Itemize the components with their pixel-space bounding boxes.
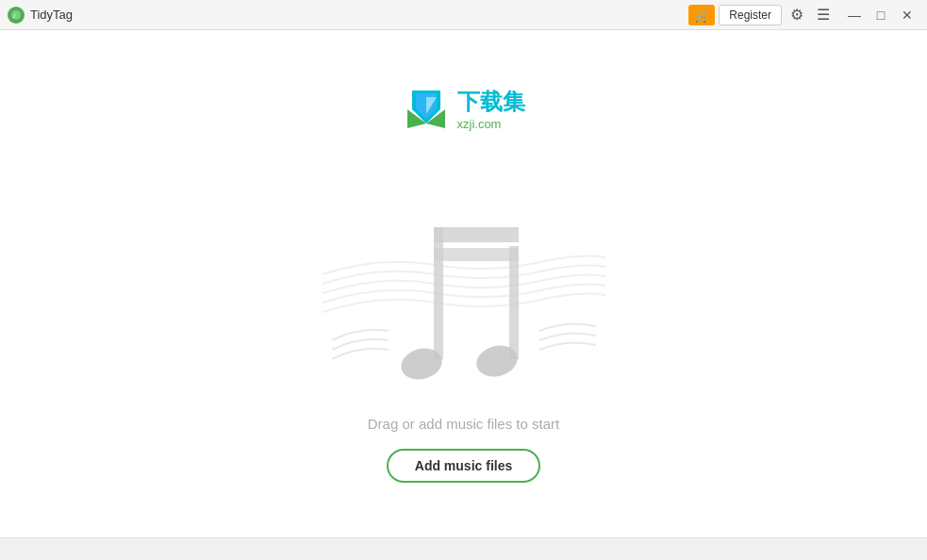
drag-text: Drag or add music files to start	[368, 416, 559, 432]
logo-icon	[403, 86, 450, 133]
window-controls: — □ ✕	[842, 5, 919, 25]
status-bar	[0, 537, 927, 560]
logo-text-group: 下载集 xzji.com	[457, 87, 525, 131]
register-button[interactable]: Register	[719, 5, 782, 25]
title-bar-controls: 🛒 Register ⚙ ☰ — □ ✕	[688, 5, 919, 25]
add-music-button[interactable]: Add music files	[387, 449, 540, 483]
close-button[interactable]: ✕	[895, 5, 919, 25]
maximize-button[interactable]: □	[869, 5, 893, 25]
logo-chinese: 下载集	[457, 87, 525, 117]
svg-rect-11	[434, 227, 519, 242]
logo-url: xzji.com	[457, 117, 525, 131]
svg-rect-12	[434, 248, 519, 261]
music-svg	[304, 152, 624, 397]
svg-text:♪: ♪	[12, 11, 16, 20]
main-content: 下载集 xzji.com	[0, 30, 927, 537]
svg-rect-7	[434, 227, 443, 359]
logo-area: 下载集 xzji.com	[403, 86, 525, 133]
app-icon: ♪	[8, 7, 25, 24]
menu-button[interactable]: ☰	[812, 5, 835, 25]
svg-rect-9	[509, 246, 519, 359]
settings-button[interactable]: ⚙	[786, 5, 808, 25]
music-illustration	[304, 152, 624, 397]
app-title: TidyTag	[30, 8, 688, 22]
cart-button[interactable]: 🛒	[688, 5, 715, 25]
title-bar: ♪ TidyTag 🛒 Register ⚙ ☰ — □ ✕	[0, 0, 927, 30]
minimize-button[interactable]: —	[842, 5, 867, 25]
